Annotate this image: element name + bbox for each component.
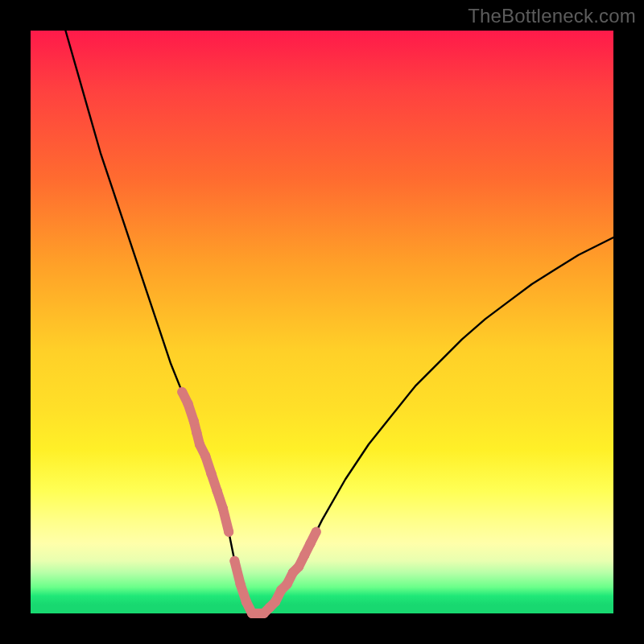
marker-dot xyxy=(213,486,222,496)
curve-path xyxy=(65,31,613,613)
marker-dot xyxy=(294,562,303,572)
marker-dot xyxy=(270,597,280,607)
marker-dot xyxy=(236,580,246,589)
watermark-text: TheBottleneck.com xyxy=(468,5,636,27)
marker-dot xyxy=(218,504,228,514)
marker-dot xyxy=(299,551,309,560)
marker-dot xyxy=(224,527,233,537)
marker-dot xyxy=(206,469,216,478)
marker-dot xyxy=(177,387,187,397)
marker-dot xyxy=(200,452,210,461)
marker-dot xyxy=(312,527,321,537)
marker-dot xyxy=(229,556,239,566)
marker-dot xyxy=(189,416,199,426)
marker-dot xyxy=(283,580,292,589)
marker-dot xyxy=(195,440,204,449)
marker-dot xyxy=(306,539,316,548)
chart-svg xyxy=(31,31,613,613)
marker-dot xyxy=(192,428,201,438)
highlighted-markers xyxy=(177,387,321,618)
plot-area xyxy=(31,31,613,613)
bottleneck-curve xyxy=(65,31,613,613)
marker-dot xyxy=(242,597,251,607)
chart-frame: TheBottleneck.com xyxy=(0,0,644,644)
marker-dot xyxy=(183,398,192,408)
